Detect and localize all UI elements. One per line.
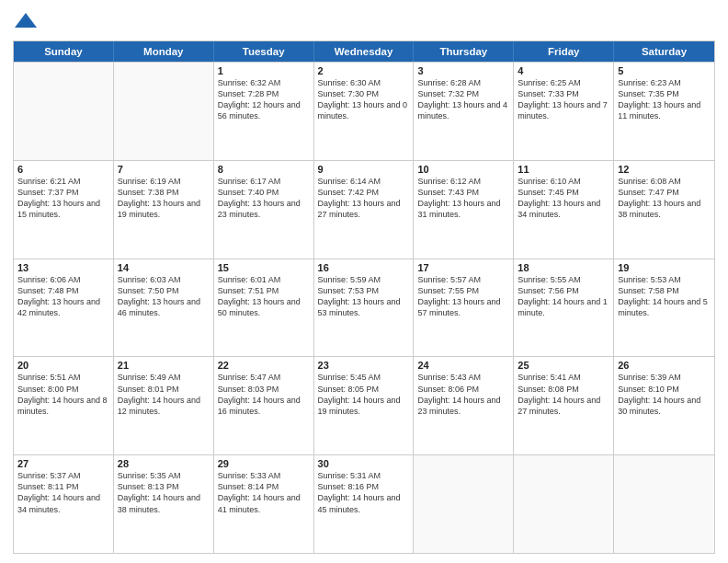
day-cell-27: 27Sunrise: 5:37 AM Sunset: 8:11 PM Dayli… <box>14 455 114 553</box>
day-number: 11 <box>518 164 609 175</box>
day-header-saturday: Saturday <box>614 41 714 62</box>
day-cell-17: 17Sunrise: 5:57 AM Sunset: 7:55 PM Dayli… <box>414 259 514 357</box>
empty-cell <box>114 63 214 160</box>
day-header-friday: Friday <box>514 41 614 62</box>
day-detail: Sunrise: 5:53 AM Sunset: 7:58 PM Dayligh… <box>618 274 711 319</box>
day-detail: Sunrise: 6:30 AM Sunset: 7:30 PM Dayligh… <box>318 77 410 122</box>
day-detail: Sunrise: 6:08 AM Sunset: 7:47 PM Dayligh… <box>618 176 711 221</box>
day-cell-2: 2Sunrise: 6:30 AM Sunset: 7:30 PM Daylig… <box>314 63 415 160</box>
day-cell-11: 11Sunrise: 6:10 AM Sunset: 7:45 PM Dayli… <box>514 161 614 259</box>
day-detail: Sunrise: 5:41 AM Sunset: 8:08 PM Dayligh… <box>518 372 609 417</box>
day-cell-18: 18Sunrise: 5:55 AM Sunset: 7:56 PM Dayli… <box>514 259 614 357</box>
day-cell-23: 23Sunrise: 5:45 AM Sunset: 8:05 PM Dayli… <box>314 357 415 454</box>
header <box>13 9 715 35</box>
day-cell-28: 28Sunrise: 5:35 AM Sunset: 8:13 PM Dayli… <box>114 455 214 553</box>
day-detail: Sunrise: 5:37 AM Sunset: 8:11 PM Dayligh… <box>17 470 109 515</box>
day-detail: Sunrise: 6:32 AM Sunset: 7:28 PM Dayligh… <box>218 77 310 122</box>
logo <box>13 9 42 35</box>
day-header-monday: Monday <box>114 41 214 62</box>
day-cell-12: 12Sunrise: 6:08 AM Sunset: 7:47 PM Dayli… <box>614 161 714 259</box>
day-cell-3: 3Sunrise: 6:28 AM Sunset: 7:32 PM Daylig… <box>414 63 514 160</box>
day-number: 9 <box>318 164 410 175</box>
day-number: 28 <box>118 458 210 469</box>
day-detail: Sunrise: 5:49 AM Sunset: 8:01 PM Dayligh… <box>118 372 210 417</box>
day-number: 5 <box>618 65 711 76</box>
day-detail: Sunrise: 5:55 AM Sunset: 7:56 PM Dayligh… <box>518 274 609 319</box>
day-number: 12 <box>618 164 711 175</box>
day-number: 15 <box>218 262 310 273</box>
day-cell-4: 4Sunrise: 6:25 AM Sunset: 7:33 PM Daylig… <box>514 63 614 160</box>
day-detail: Sunrise: 6:01 AM Sunset: 7:51 PM Dayligh… <box>218 274 310 319</box>
day-detail: Sunrise: 5:39 AM Sunset: 8:10 PM Dayligh… <box>618 372 711 417</box>
calendar: SundayMondayTuesdayWednesdayThursdayFrid… <box>13 40 715 554</box>
day-detail: Sunrise: 6:12 AM Sunset: 7:43 PM Dayligh… <box>417 176 509 221</box>
day-number: 16 <box>318 262 410 273</box>
day-cell-1: 1Sunrise: 6:32 AM Sunset: 7:28 PM Daylig… <box>214 63 314 160</box>
day-number: 7 <box>118 164 210 175</box>
day-cell-21: 21Sunrise: 5:49 AM Sunset: 8:01 PM Dayli… <box>114 357 214 454</box>
day-detail: Sunrise: 6:06 AM Sunset: 7:48 PM Dayligh… <box>17 274 109 319</box>
day-number: 21 <box>118 360 210 371</box>
calendar-body: 1Sunrise: 6:32 AM Sunset: 7:28 PM Daylig… <box>14 62 714 553</box>
day-number: 22 <box>218 360 310 371</box>
day-header-wednesday: Wednesday <box>314 41 415 62</box>
day-detail: Sunrise: 5:47 AM Sunset: 8:03 PM Dayligh… <box>218 372 310 417</box>
day-number: 24 <box>417 360 509 371</box>
day-detail: Sunrise: 5:35 AM Sunset: 8:13 PM Dayligh… <box>118 470 210 515</box>
day-detail: Sunrise: 6:17 AM Sunset: 7:40 PM Dayligh… <box>218 176 310 221</box>
page: SundayMondayTuesdayWednesdayThursdayFrid… <box>0 0 728 563</box>
day-cell-29: 29Sunrise: 5:33 AM Sunset: 8:14 PM Dayli… <box>214 455 314 553</box>
day-header-thursday: Thursday <box>414 41 514 62</box>
day-cell-16: 16Sunrise: 5:59 AM Sunset: 7:53 PM Dayli… <box>314 259 415 357</box>
day-detail: Sunrise: 5:51 AM Sunset: 8:00 PM Dayligh… <box>17 372 109 417</box>
day-cell-5: 5Sunrise: 6:23 AM Sunset: 7:35 PM Daylig… <box>614 63 714 160</box>
week-row-4: 20Sunrise: 5:51 AM Sunset: 8:00 PM Dayli… <box>14 356 714 454</box>
day-detail: Sunrise: 6:19 AM Sunset: 7:38 PM Dayligh… <box>118 176 210 221</box>
day-detail: Sunrise: 5:45 AM Sunset: 8:05 PM Dayligh… <box>318 372 410 417</box>
week-row-3: 13Sunrise: 6:06 AM Sunset: 7:48 PM Dayli… <box>14 259 714 357</box>
day-number: 8 <box>218 164 310 175</box>
day-number: 30 <box>318 458 410 469</box>
day-detail: Sunrise: 5:57 AM Sunset: 7:55 PM Dayligh… <box>417 274 509 319</box>
empty-cell <box>14 63 114 160</box>
calendar-header: SundayMondayTuesdayWednesdayThursdayFrid… <box>14 41 714 62</box>
empty-cell <box>514 455 614 553</box>
day-number: 6 <box>17 164 109 175</box>
week-row-1: 1Sunrise: 6:32 AM Sunset: 7:28 PM Daylig… <box>14 62 714 160</box>
day-cell-10: 10Sunrise: 6:12 AM Sunset: 7:43 PM Dayli… <box>414 161 514 259</box>
day-detail: Sunrise: 6:14 AM Sunset: 7:42 PM Dayligh… <box>318 176 410 221</box>
day-number: 17 <box>417 262 509 273</box>
day-detail: Sunrise: 5:59 AM Sunset: 7:53 PM Dayligh… <box>318 274 410 319</box>
week-row-5: 27Sunrise: 5:37 AM Sunset: 8:11 PM Dayli… <box>14 454 714 553</box>
day-detail: Sunrise: 5:31 AM Sunset: 8:16 PM Dayligh… <box>318 470 410 515</box>
day-number: 14 <box>118 262 210 273</box>
day-detail: Sunrise: 5:43 AM Sunset: 8:06 PM Dayligh… <box>417 372 509 417</box>
day-number: 1 <box>218 65 310 76</box>
day-cell-14: 14Sunrise: 6:03 AM Sunset: 7:50 PM Dayli… <box>114 259 214 357</box>
day-number: 2 <box>318 65 410 76</box>
day-detail: Sunrise: 5:33 AM Sunset: 8:14 PM Dayligh… <box>218 470 310 515</box>
day-cell-22: 22Sunrise: 5:47 AM Sunset: 8:03 PM Dayli… <box>214 357 314 454</box>
day-detail: Sunrise: 6:28 AM Sunset: 7:32 PM Dayligh… <box>417 77 509 122</box>
day-cell-25: 25Sunrise: 5:41 AM Sunset: 8:08 PM Dayli… <box>514 357 614 454</box>
day-number: 3 <box>417 65 509 76</box>
day-detail: Sunrise: 6:21 AM Sunset: 7:37 PM Dayligh… <box>17 176 109 221</box>
day-number: 27 <box>17 458 109 469</box>
day-detail: Sunrise: 6:25 AM Sunset: 7:33 PM Dayligh… <box>518 77 609 122</box>
day-number: 20 <box>17 360 109 371</box>
day-cell-19: 19Sunrise: 5:53 AM Sunset: 7:58 PM Dayli… <box>614 259 714 357</box>
day-cell-15: 15Sunrise: 6:01 AM Sunset: 7:51 PM Dayli… <box>214 259 314 357</box>
day-number: 26 <box>618 360 711 371</box>
empty-cell <box>614 455 714 553</box>
day-number: 29 <box>218 458 310 469</box>
day-cell-30: 30Sunrise: 5:31 AM Sunset: 8:16 PM Dayli… <box>314 455 415 553</box>
day-number: 18 <box>518 262 609 273</box>
day-cell-13: 13Sunrise: 6:06 AM Sunset: 7:48 PM Dayli… <box>14 259 114 357</box>
day-header-tuesday: Tuesday <box>214 41 314 62</box>
day-cell-24: 24Sunrise: 5:43 AM Sunset: 8:06 PM Dayli… <box>414 357 514 454</box>
empty-cell <box>414 455 514 553</box>
day-number: 10 <box>417 164 509 175</box>
day-cell-26: 26Sunrise: 5:39 AM Sunset: 8:10 PM Dayli… <box>614 357 714 454</box>
day-number: 19 <box>618 262 711 273</box>
week-row-2: 6Sunrise: 6:21 AM Sunset: 7:37 PM Daylig… <box>14 160 714 259</box>
